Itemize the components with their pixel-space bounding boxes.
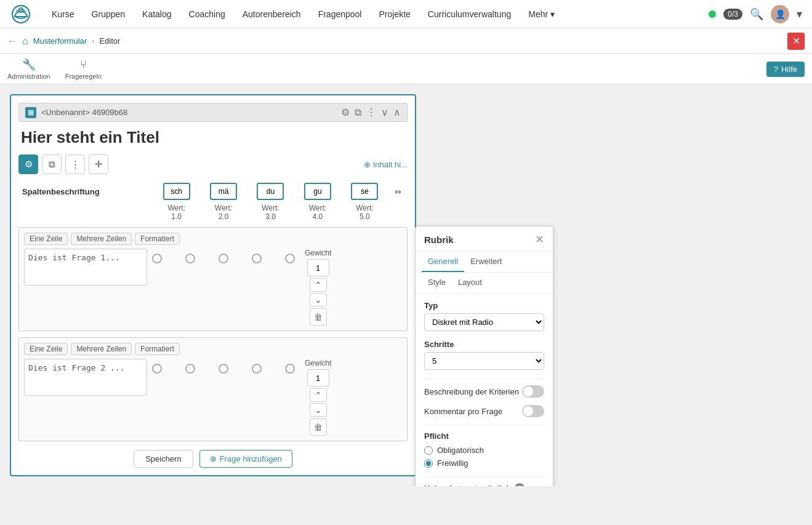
add-content-button[interactable]: ⊕ Inhalt hi... bbox=[364, 160, 408, 169]
weight-down-btn-2[interactable]: ⌄ bbox=[310, 403, 327, 417]
schritte-select[interactable]: 1234 567 8910 bbox=[424, 352, 544, 370]
expand-icon[interactable]: ∧ bbox=[393, 106, 401, 118]
wert-2: Wert:2.0 bbox=[200, 202, 247, 221]
save-button[interactable]: Speichern bbox=[134, 450, 193, 468]
typ-select[interactable]: Diskret mit Radio Diskret mit Checkbox K… bbox=[424, 313, 544, 331]
kommentar-label: Kommentar pro Frage bbox=[424, 407, 502, 416]
add-question-button[interactable]: ⊕ Frage hinzufügen bbox=[199, 450, 292, 468]
radio-cell-1-5[interactable] bbox=[285, 254, 295, 263]
wert-1: Wert:1.0 bbox=[153, 202, 199, 221]
freiwillig-radio[interactable] bbox=[424, 459, 433, 468]
kommentar-toggle[interactable] bbox=[522, 405, 544, 417]
weight-up-btn-1[interactable]: ⌃ bbox=[310, 278, 327, 292]
nav-item-autorenbereich[interactable]: Autorenbereich bbox=[240, 9, 303, 19]
tab-eine-zeile-1[interactable]: Eine Zeile bbox=[24, 233, 68, 245]
keine-antwort-help-icon[interactable]: ? bbox=[515, 483, 525, 486]
duplicate-action-button[interactable]: ⧉ bbox=[42, 154, 62, 174]
help-circle-icon: ? bbox=[774, 65, 778, 74]
avatar[interactable]: 👤 bbox=[771, 5, 789, 23]
tab-formatiert-2[interactable]: Formatiert bbox=[135, 343, 180, 355]
weight-up-btn-2[interactable]: ⌃ bbox=[310, 388, 327, 402]
radio-cell-1-3[interactable] bbox=[219, 254, 228, 263]
rubrik-close-button[interactable]: ✕ bbox=[535, 233, 544, 246]
settings-icon[interactable]: ⚙ bbox=[341, 106, 350, 118]
more-action-button[interactable]: ⋮ bbox=[65, 154, 85, 174]
user-menu-chevron[interactable]: ▾ bbox=[797, 7, 802, 21]
rubrik-title: Rubrik bbox=[424, 234, 454, 245]
radio-cell-2-1[interactable] bbox=[152, 364, 162, 374]
rubrik-panel: Rubrik ✕ Generell Erweitert Style Layout… bbox=[415, 226, 553, 486]
wert-4: Wert:4.0 bbox=[294, 202, 341, 221]
tab-formatiert-1[interactable]: Formatiert bbox=[135, 233, 180, 245]
radio-cell-2-3[interactable] bbox=[219, 364, 228, 374]
weight-down-btn-1[interactable]: ⌄ bbox=[310, 293, 327, 307]
tab-mehrere-zeilen-1[interactable]: Mehrere Zeilen bbox=[71, 233, 132, 245]
wert-3: Wert:3.0 bbox=[247, 202, 294, 221]
weight-input-2[interactable] bbox=[307, 369, 329, 387]
copy-icon[interactable]: ⧉ bbox=[355, 107, 361, 118]
nav-item-coaching[interactable]: Coaching bbox=[187, 9, 228, 19]
radio-cell-1-4[interactable] bbox=[252, 254, 262, 263]
collapse-icon[interactable]: ∨ bbox=[381, 106, 388, 118]
home-icon[interactable]: ⌂ bbox=[22, 36, 28, 47]
header-row: Spaltenbeschriftung ⇔ bbox=[18, 180, 408, 202]
col-header-input-4[interactable] bbox=[304, 183, 331, 200]
nav-item-katalog[interactable]: Katalog bbox=[140, 9, 174, 19]
wert-row: Wert:1.0 Wert:2.0 Wert:3.0 Wert:4.0 Wert… bbox=[18, 202, 408, 221]
weight-input-1[interactable] bbox=[307, 259, 329, 276]
more-icon[interactable]: ⋮ bbox=[366, 106, 376, 118]
radio-cell-2-2[interactable] bbox=[185, 364, 195, 374]
delete-question-2[interactable]: 🗑 bbox=[310, 419, 327, 436]
plus-icon: ⊕ bbox=[364, 160, 371, 169]
nav-item-projekte[interactable]: Projekte bbox=[376, 9, 412, 19]
col-header-input-5[interactable] bbox=[351, 183, 378, 200]
back-button[interactable]: ← bbox=[7, 36, 17, 47]
radio-cell-1-1[interactable] bbox=[152, 254, 162, 263]
col-header-input-2[interactable] bbox=[210, 183, 237, 200]
tab-style[interactable]: Style bbox=[422, 273, 452, 293]
tab-eine-zeile-2[interactable]: Eine Zeile bbox=[24, 343, 68, 355]
nav-item-curriculumverwaltung[interactable]: Curriculumverwaltung bbox=[425, 9, 513, 19]
bottom-actions: Speichern ⊕ Frage hinzufügen bbox=[18, 450, 408, 468]
move-action-button[interactable]: ✛ bbox=[89, 154, 108, 174]
close-button[interactable]: ✕ bbox=[787, 33, 805, 50]
tab-erweitert[interactable]: Erweitert bbox=[464, 252, 508, 272]
tab-generell[interactable]: Generell bbox=[422, 252, 464, 272]
delete-question-1[interactable]: 🗑 bbox=[310, 308, 327, 326]
beschreibung-toggle[interactable] bbox=[522, 385, 544, 398]
main-content: ▦ <Unbenannt> 46909b68 ⚙ ⧉ ⋮ ∨ ∧ Hier st… bbox=[0, 84, 812, 486]
search-icon[interactable]: 🔍 bbox=[750, 7, 763, 21]
radio-cell-2-4[interactable] bbox=[252, 364, 262, 374]
nav-item-mehr[interactable]: Mehr ▾ bbox=[526, 9, 557, 19]
toolbar-administration[interactable]: 🔧 Administration bbox=[7, 58, 50, 80]
kommentar-toggle-row: Kommentar pro Frage bbox=[424, 405, 544, 417]
help-button[interactable]: ? Hilfe bbox=[766, 62, 805, 77]
tab-mehrere-zeilen-2[interactable]: Mehrere Zeilen bbox=[71, 343, 132, 355]
nav-item-kurse[interactable]: Kurse bbox=[49, 9, 77, 19]
tab-layout[interactable]: Layout bbox=[452, 273, 488, 293]
obligatorisch-radio[interactable] bbox=[424, 446, 433, 455]
logo[interactable] bbox=[10, 3, 32, 25]
swap-columns-icon[interactable]: ⇔ bbox=[388, 180, 408, 202]
keine-antwort-row: Keine Antwort möglich ? bbox=[424, 483, 544, 486]
toolbar-frageregeln[interactable]: ⑂ Frageregeln bbox=[65, 58, 102, 80]
col-header-4 bbox=[294, 180, 341, 202]
col-header-input-1[interactable] bbox=[163, 183, 190, 200]
nav-item-gruppen[interactable]: Gruppen bbox=[89, 9, 127, 19]
settings-action-button[interactable]: ⚙ bbox=[18, 154, 38, 174]
freiwillig-option[interactable]: Freiwillig bbox=[424, 459, 544, 468]
breadcrumb-bar: ← ⌂ Musterformular › Editor ✕ bbox=[0, 28, 812, 54]
obligatorisch-option[interactable]: Obligatorisch bbox=[424, 446, 544, 455]
radio-cell-2-5[interactable] bbox=[285, 364, 295, 374]
question-text-2[interactable]: Dies ist Frage 2 ... bbox=[24, 359, 147, 396]
col-header-5 bbox=[341, 180, 388, 202]
breadcrumb: ← ⌂ Musterformular › Editor bbox=[7, 36, 120, 47]
nav-item-fragenpool[interactable]: Fragenpool bbox=[316, 9, 364, 19]
plus-circle-icon: ⊕ bbox=[210, 454, 217, 463]
radio-cell-1-2[interactable] bbox=[185, 254, 195, 263]
question-row-1: Eine Zeile Mehrere Zeilen Formatiert Die… bbox=[18, 227, 408, 331]
question-text-1[interactable]: Dies ist Frage 1... bbox=[24, 249, 147, 286]
rubrik-tabs-row2: Style Layout bbox=[416, 273, 553, 294]
col-header-input-3[interactable] bbox=[257, 183, 284, 200]
breadcrumb-parent[interactable]: Musterformular bbox=[33, 36, 87, 46]
